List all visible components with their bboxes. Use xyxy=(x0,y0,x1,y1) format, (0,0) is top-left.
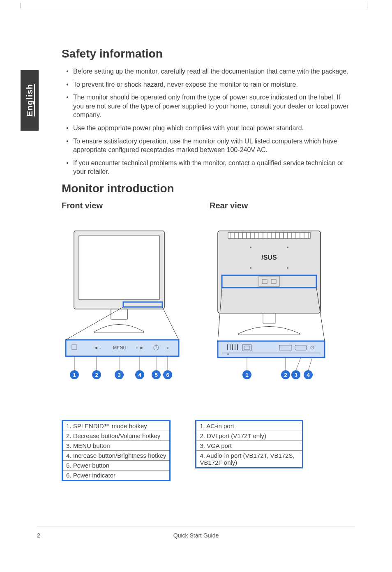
rear-legend-table: 1. AC-in port 2. DVI port (V172T only) 3… xyxy=(195,420,303,468)
safety-bullets: •Before setting up the monitor, carefull… xyxy=(62,67,349,176)
bullet-text: Before setting up the monitor, carefully… xyxy=(73,67,348,76)
svg-text:+ ►: + ► xyxy=(136,345,144,350)
svg-text:4: 4 xyxy=(138,371,141,378)
legend-cell: 4. Audio-in port (VB172T, VB172S, VB172F… xyxy=(196,450,303,468)
language-tab: English xyxy=(21,70,39,131)
legend-cell: 3. MENU button xyxy=(62,441,170,450)
legend-cell: 5. Power button xyxy=(62,460,170,470)
svg-point-53 xyxy=(287,267,288,269)
legend-cell: 2. Decrease button/Volume hotkey xyxy=(62,431,170,441)
svg-text:6: 6 xyxy=(166,371,169,378)
bullet-text: The monitor should be operated only from… xyxy=(73,93,349,120)
svg-text:1: 1 xyxy=(73,371,76,378)
legend-cell: 1. AC-in port xyxy=(196,420,303,431)
svg-point-9 xyxy=(167,347,168,349)
svg-text:3: 3 xyxy=(118,371,120,378)
svg-line-73 xyxy=(296,358,301,371)
heading-safety: Safety information xyxy=(62,47,349,60)
svg-point-51 xyxy=(287,247,288,248)
legend-cell: 4. Increase button/Brightness hotkey xyxy=(62,450,170,460)
svg-rect-29 xyxy=(228,233,310,238)
bullet-text: To prevent fire or shock hazard, never e… xyxy=(73,80,298,89)
bullet-text: To ensure satisfactory operation, use th… xyxy=(73,137,349,155)
svg-text:5: 5 xyxy=(154,371,157,378)
svg-text:◄ -: ◄ - xyxy=(94,345,101,350)
rear-view-diagram: /SUS xyxy=(205,227,337,383)
svg-point-52 xyxy=(250,267,251,269)
footer-title: Quick Start Guide xyxy=(53,532,339,539)
svg-text:1: 1 xyxy=(245,371,248,378)
menu-button-label: MENU xyxy=(113,345,126,350)
language-tab-label: English xyxy=(25,84,35,116)
front-view-diagram: ◄ - MENU + ► 1 2 3 4 xyxy=(62,227,189,383)
svg-text:2: 2 xyxy=(95,371,98,378)
svg-rect-58 xyxy=(218,341,325,358)
legend-cell: 1. SPLENDID™ mode hotkey xyxy=(62,420,170,431)
heading-monitor-intro: Monitor introduction xyxy=(62,182,349,195)
svg-rect-28 xyxy=(218,231,321,313)
svg-text:3: 3 xyxy=(294,371,297,378)
heading-rear-view: Rear view xyxy=(210,201,333,210)
page-number: 2 xyxy=(37,532,53,539)
svg-point-70 xyxy=(227,353,229,355)
svg-text:4: 4 xyxy=(307,371,310,378)
svg-point-50 xyxy=(250,247,251,248)
legend-cell: 2. DVI port (V172T only) xyxy=(196,431,303,441)
bullet-text: Use the appropriate power plug which com… xyxy=(73,124,304,133)
legend-cell: 3. VGA port xyxy=(196,441,303,450)
front-legend-table: 1. SPLENDID™ mode hotkey 2. Decrease but… xyxy=(62,420,171,481)
legend-cell: 6. Power indicator xyxy=(62,470,170,480)
svg-rect-1 xyxy=(79,236,159,300)
bullet-text: If you encounter technical problems with… xyxy=(73,159,349,176)
svg-line-74 xyxy=(308,358,312,371)
brand-logo: /SUS xyxy=(261,254,277,261)
heading-front-view: Front view xyxy=(62,201,210,210)
svg-text:2: 2 xyxy=(284,371,287,378)
